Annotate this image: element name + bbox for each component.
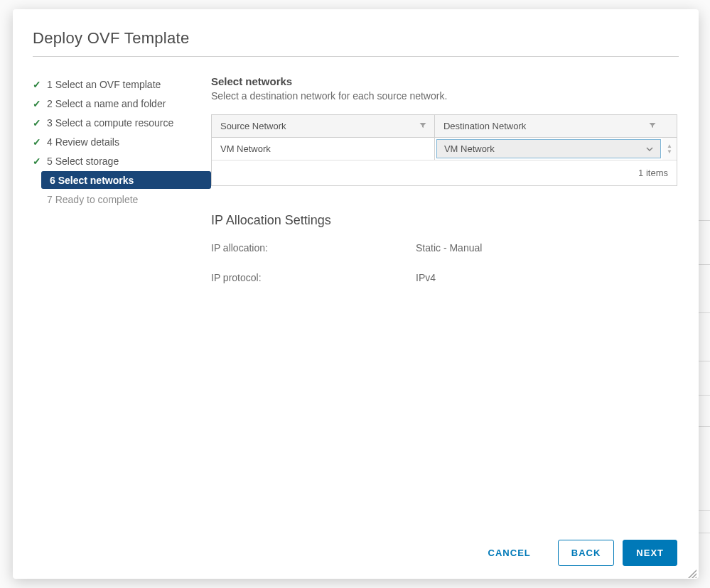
step-label: 2 Select a name and folder xyxy=(47,98,207,109)
check-icon: ✓ xyxy=(33,117,47,129)
back-button[interactable]: BACK xyxy=(558,540,615,566)
modal-body: ✓ 1 Select an OVF template ✓ 2 Select a … xyxy=(13,65,699,528)
wizard-step-7: 7 Ready to complete xyxy=(28,190,211,208)
col-header-destination[interactable]: Destination Network xyxy=(435,115,677,138)
col-label: Source Network xyxy=(220,121,286,131)
check-icon: ✓ xyxy=(33,79,47,90)
ip-protocol-value: IPv4 xyxy=(416,272,436,283)
ip-protocol-row: IP protocol: IPv4 xyxy=(211,272,677,283)
filter-icon[interactable] xyxy=(648,121,657,131)
ip-protocol-label: IP protocol: xyxy=(211,272,416,283)
source-cell: VM Network xyxy=(212,138,435,160)
deploy-ovf-modal: Deploy OVF Template ✓ 1 Select an OVF te… xyxy=(13,9,699,579)
step-label: 4 Review details xyxy=(47,136,207,148)
scroll-down-icon[interactable]: ▼ xyxy=(667,149,672,155)
modal-header: Deploy OVF Template xyxy=(13,9,699,65)
select-value: VM Network xyxy=(444,143,495,154)
col-header-source[interactable]: Source Network xyxy=(212,115,435,138)
content-subtitle: Select a destination network for each so… xyxy=(211,90,677,102)
table-footer: 1 items xyxy=(212,160,677,185)
wizard-step-2[interactable]: ✓ 2 Select a name and folder xyxy=(28,94,211,112)
modal-title: Deploy OVF Template xyxy=(33,29,679,48)
scroll-column[interactable]: ▲ ▼ xyxy=(662,138,677,160)
network-table: Source Network Destination Network xyxy=(211,114,677,186)
step-label: 3 Select a compute resource xyxy=(47,117,207,129)
next-button[interactable]: NEXT xyxy=(623,540,677,566)
col-label: Destination Network xyxy=(443,121,526,131)
check-icon: ✓ xyxy=(33,98,47,109)
cancel-button[interactable]: CANCEL xyxy=(475,540,544,565)
wizard-step-4[interactable]: ✓ 4 Review details xyxy=(28,133,211,151)
ip-allocation-row: IP allocation: Static - Manual xyxy=(211,242,677,254)
ip-allocation-value: Static - Manual xyxy=(416,242,482,254)
destination-network-select[interactable]: VM Network xyxy=(436,139,661,158)
wizard-step-6[interactable]: 6 Select networks xyxy=(41,171,211,189)
check-icon: ✓ xyxy=(33,156,47,167)
step-label: 7 Ready to complete xyxy=(47,194,207,205)
ip-allocation-label: IP allocation: xyxy=(211,242,416,254)
chevron-down-icon xyxy=(646,145,653,153)
table-row: VM Network VM Network xyxy=(212,138,677,160)
modal-footer: CANCEL BACK NEXT xyxy=(13,528,699,579)
wizard-step-5[interactable]: ✓ 5 Select storage xyxy=(28,152,211,170)
step-label: 1 Select an OVF template xyxy=(47,79,207,90)
check-icon: ✓ xyxy=(33,136,47,148)
content-pane: Select networks Select a destination net… xyxy=(211,65,699,528)
content-title: Select networks xyxy=(211,75,677,87)
wizard-step-3[interactable]: ✓ 3 Select a compute resource xyxy=(28,114,211,131)
filter-icon[interactable] xyxy=(419,121,427,131)
wizard-step-1[interactable]: ✓ 1 Select an OVF template xyxy=(28,75,211,93)
title-divider xyxy=(33,56,679,57)
ip-allocation-title: IP Allocation Settings xyxy=(211,213,677,228)
step-label: 6 Select networks xyxy=(50,175,207,186)
step-label: 5 Select storage xyxy=(47,156,207,167)
wizard-sidebar: ✓ 1 Select an OVF template ✓ 2 Select a … xyxy=(13,65,211,528)
